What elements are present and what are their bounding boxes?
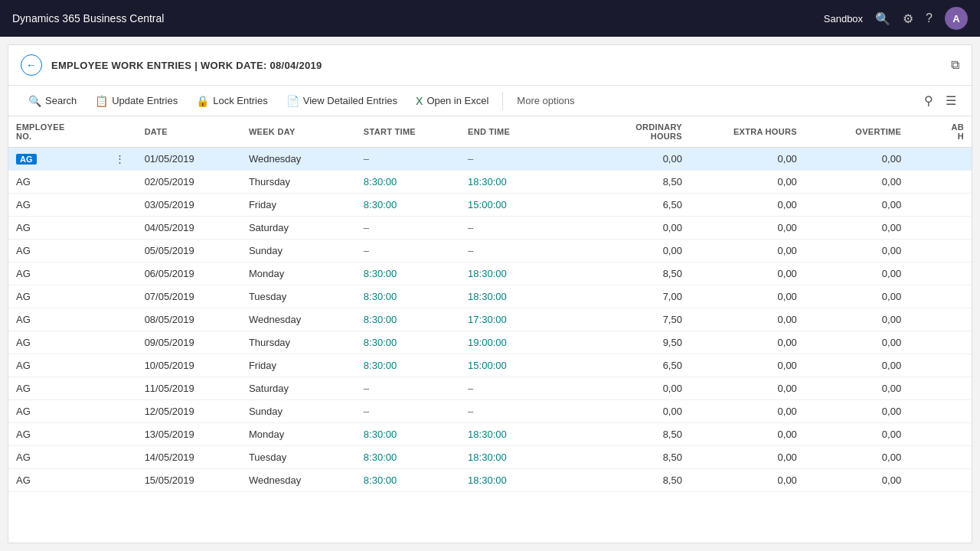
table-row[interactable]: AG14/05/2019Tuesday8:30:0018:30:008,500,… [8, 446, 972, 469]
page-title: EMPLOYEE WORK ENTRIES | WORK DATE: 08/04… [51, 60, 322, 71]
cell-ordinary-hours: 6,50 [564, 354, 690, 377]
cell-extra-hours: 0,00 [690, 377, 805, 400]
table-row[interactable]: AG02/05/2019Thursday8:30:0018:30:008,500… [8, 171, 972, 194]
row-context-menu[interactable] [103, 240, 137, 262]
row-context-menu[interactable] [103, 469, 137, 492]
cell-emp-no: AG [8, 331, 103, 354]
row-context-menu[interactable] [103, 285, 137, 308]
cell-extra-hours: 0,00 [690, 308, 805, 331]
cell-overtime: 0,00 [805, 400, 909, 423]
cell-overtime: 0,00 [805, 217, 909, 240]
cell-overtime: 0,00 [805, 285, 909, 308]
cell-start-time: 8:30:00 [356, 331, 460, 354]
cell-start-time: – [356, 240, 460, 262]
cell-date: 08/05/2019 [137, 308, 241, 331]
cell-week-day: Sunday [241, 240, 356, 262]
emp-tag: AG [16, 154, 37, 165]
row-context-menu[interactable] [103, 217, 137, 240]
search-icon[interactable]: 🔍 [875, 11, 890, 26]
avatar[interactable]: A [945, 7, 968, 30]
row-context-menu[interactable]: ⋮ [103, 148, 137, 171]
topbar-right: Sandbox 🔍 ⚙ ? A [824, 7, 968, 30]
table-row[interactable]: AG09/05/2019Thursday8:30:0019:00:009,500… [8, 331, 972, 354]
view-detailed-entries-label: View Detailed Entries [303, 95, 397, 106]
cell-ordinary-hours: 0,00 [564, 240, 690, 262]
settings-icon[interactable]: ⚙ [903, 11, 913, 26]
col-ordinary-hours: ORDINARYHOURS [564, 116, 690, 148]
table-row[interactable]: AG04/05/2019Saturday––0,000,000,00 [8, 217, 972, 240]
cell-end-time: 18:30:00 [460, 469, 564, 492]
row-context-menu[interactable] [103, 400, 137, 423]
table-row[interactable]: AG⋮01/05/2019Wednesday––0,000,000,00 [8, 148, 972, 171]
row-context-menu[interactable] [103, 377, 137, 400]
cell-week-day: Friday [241, 194, 356, 217]
cell-end-time: – [460, 377, 564, 400]
table-row[interactable]: AG08/05/2019Wednesday8:30:0017:30:007,50… [8, 308, 972, 331]
update-entries-button[interactable]: 📋 Update Entries [87, 91, 185, 111]
more-options-button[interactable]: More options [509, 91, 582, 110]
search-btn-icon: 🔍 [28, 95, 41, 107]
cell-date: 01/05/2019 [137, 148, 241, 171]
cell-ab-h [909, 423, 972, 446]
help-icon[interactable]: ? [926, 11, 933, 25]
back-button[interactable]: ← [21, 54, 42, 76]
view-detailed-icon: 📄 [286, 95, 299, 107]
row-context-menu[interactable] [103, 331, 137, 354]
row-context-menu[interactable] [103, 446, 137, 469]
lock-entries-button[interactable]: 🔒 Lock Entries [188, 91, 276, 111]
cell-date: 15/05/2019 [137, 469, 241, 492]
cell-ab-h [909, 469, 972, 492]
table-row[interactable]: AG06/05/2019Monday8:30:0018:30:008,500,0… [8, 262, 972, 285]
collapse-icon[interactable]: ⧉ [951, 58, 959, 72]
cell-ordinary-hours: 8,50 [564, 423, 690, 446]
cell-ordinary-hours: 0,00 [564, 400, 690, 423]
cell-overtime: 0,00 [805, 308, 909, 331]
table-row[interactable]: AG10/05/2019Friday8:30:0015:00:006,500,0… [8, 354, 972, 377]
cell-extra-hours: 0,00 [690, 240, 805, 262]
filter-icon[interactable]: ⚲ [921, 90, 936, 111]
table-row[interactable]: AG07/05/2019Tuesday8:30:0018:30:007,000,… [8, 285, 972, 308]
table-row[interactable]: AG13/05/2019Monday8:30:0018:30:008,500,0… [8, 423, 972, 446]
row-context-menu[interactable] [103, 354, 137, 377]
cell-extra-hours: 0,00 [690, 285, 805, 308]
cell-ordinary-hours: 8,50 [564, 446, 690, 469]
cell-extra-hours: 0,00 [690, 148, 805, 171]
search-label: Search [45, 95, 77, 106]
cell-week-day: Monday [241, 262, 356, 285]
col-week-day: WEEK DAY [241, 116, 356, 148]
cell-ordinary-hours: 0,00 [564, 217, 690, 240]
cell-start-time: – [356, 400, 460, 423]
row-context-menu[interactable] [103, 308, 137, 331]
view-detailed-entries-button[interactable]: 📄 View Detailed Entries [279, 91, 405, 111]
cell-date: 11/05/2019 [137, 377, 241, 400]
col-extra-hours: EXTRA HOURS [690, 116, 805, 148]
table-row[interactable]: AG12/05/2019Sunday––0,000,000,00 [8, 400, 972, 423]
cell-date: 02/05/2019 [137, 171, 241, 194]
cell-date: 06/05/2019 [137, 262, 241, 285]
cell-end-time: 17:30:00 [460, 308, 564, 331]
update-entries-icon: 📋 [95, 95, 108, 107]
cell-emp-no: AG [8, 354, 103, 377]
row-context-menu[interactable] [103, 171, 137, 194]
search-button[interactable]: 🔍 Search [21, 91, 84, 111]
page-header: ← EMPLOYEE WORK ENTRIES | WORK DATE: 08/… [8, 45, 972, 86]
cell-week-day: Wednesday [241, 308, 356, 331]
cell-start-time: 8:30:00 [356, 308, 460, 331]
cell-end-time: 19:00:00 [460, 331, 564, 354]
cell-ab-h [909, 148, 972, 171]
row-context-menu[interactable] [103, 262, 137, 285]
table-row[interactable]: AG11/05/2019Saturday––0,000,000,00 [8, 377, 972, 400]
row-context-menu[interactable] [103, 194, 137, 217]
update-entries-label: Update Entries [112, 95, 178, 106]
table-row[interactable]: AG15/05/2019Wednesday8:30:0018:30:008,50… [8, 469, 972, 492]
cell-ab-h [909, 171, 972, 194]
open-in-excel-button[interactable]: X Open in Excel [408, 91, 496, 111]
open-in-excel-label: Open in Excel [426, 95, 488, 106]
row-context-menu[interactable] [103, 423, 137, 446]
cell-end-time: 18:30:00 [460, 262, 564, 285]
table-row[interactable]: AG05/05/2019Sunday––0,000,000,00 [8, 240, 972, 262]
table-row[interactable]: AG03/05/2019Friday8:30:0015:00:006,500,0… [8, 194, 972, 217]
cell-ordinary-hours: 0,00 [564, 377, 690, 400]
cell-ab-h [909, 308, 972, 331]
columns-icon[interactable]: ☰ [942, 90, 959, 111]
